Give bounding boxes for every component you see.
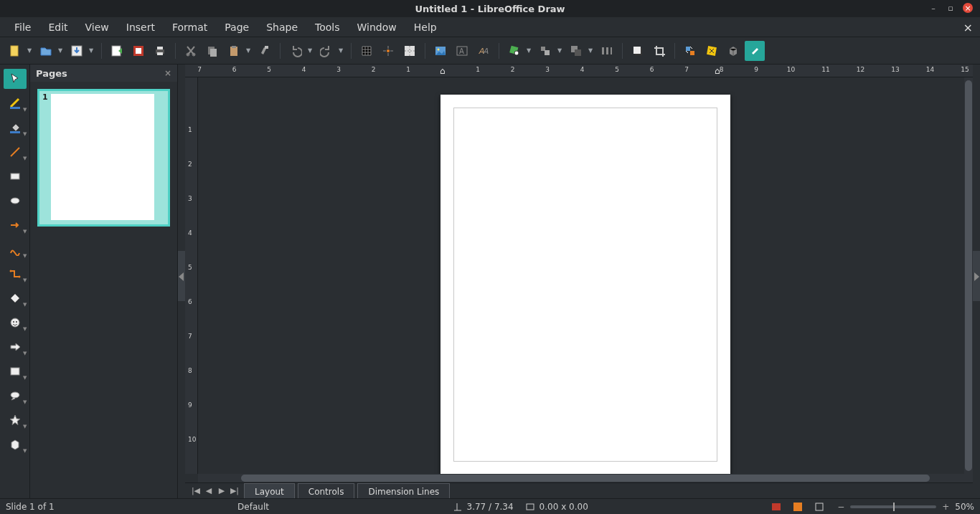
helplines-button[interactable] — [400, 41, 420, 61]
paste-button[interactable] — [224, 41, 244, 61]
copy-button[interactable] — [202, 41, 222, 61]
nav-prev-page-button[interactable]: ◀ — [202, 483, 215, 498]
export-button[interactable] — [107, 41, 127, 61]
distribute-button[interactable] — [597, 41, 617, 61]
close-document-button[interactable]: × — [963, 21, 973, 34]
horizontal-ruler[interactable]: ⌂ ⌂ 7654321123456789101112131415 — [185, 65, 973, 77]
signature-status-icon[interactable] — [771, 502, 781, 512]
layer-tab-controls[interactable]: Controls — [298, 483, 355, 498]
nav-first-page-button[interactable]: |◀ — [189, 483, 202, 498]
menu-insert[interactable]: Insert — [118, 19, 164, 35]
drawing-canvas[interactable] — [198, 77, 964, 474]
nav-next-page-button[interactable]: ▶ — [215, 483, 228, 498]
callout-tool[interactable]: ▼ — [4, 386, 27, 406]
redo-dropdown[interactable]: ▼ — [337, 47, 344, 54]
svg-rect-28 — [602, 47, 604, 54]
zoom-slider[interactable] — [850, 505, 936, 508]
new-dropdown[interactable]: ▼ — [26, 47, 33, 54]
menu-window[interactable]: Window — [349, 19, 405, 35]
export-pdf-button[interactable] — [128, 41, 149, 61]
page[interactable] — [440, 95, 730, 474]
vertical-ruler[interactable]: 12345678910 — [185, 77, 198, 474]
print-button[interactable] — [150, 41, 170, 61]
zoom-dropdown[interactable]: ▼ — [525, 47, 532, 54]
insert-image-button[interactable] — [430, 41, 451, 61]
rectangle-tool[interactable] — [4, 166, 27, 186]
stars-tool[interactable]: ▼ — [4, 410, 27, 430]
align-button[interactable] — [535, 41, 555, 61]
select-tool[interactable] — [4, 69, 27, 89]
save-status-icon[interactable] — [793, 502, 803, 512]
menu-format[interactable]: Format — [164, 19, 216, 35]
undo-dropdown[interactable]: ▼ — [306, 47, 314, 54]
zoom-out-button[interactable]: − — [836, 502, 846, 512]
status-cursor-position: 3.77 / 7.34 — [453, 502, 514, 512]
menu-file[interactable]: File — [6, 19, 39, 35]
open-button[interactable] — [36, 41, 56, 61]
insert-textbox-button[interactable]: A — [452, 41, 472, 61]
line-tool[interactable]: ▼ — [4, 142, 27, 162]
window-minimize-button[interactable]: – — [928, 3, 938, 13]
arrange-dropdown[interactable]: ▼ — [587, 47, 594, 54]
transformations-button[interactable] — [680, 41, 700, 61]
save-button[interactable] — [67, 41, 87, 61]
ruler-h-label: 14 — [926, 66, 934, 73]
svg-rect-13 — [265, 46, 268, 49]
svg-text:A: A — [459, 47, 464, 55]
connector-tool[interactable]: ▼ — [4, 264, 27, 284]
line-color-tool[interactable]: ▼ — [4, 93, 27, 113]
block-arrows-tool[interactable]: ▼ — [4, 337, 27, 357]
3d-objects-tool[interactable]: ▼ — [4, 434, 27, 454]
window-close-button[interactable]: × — [963, 3, 973, 13]
window-maximize-button[interactable]: ▫ — [946, 3, 956, 13]
ruler-h-label: 9 — [754, 66, 758, 73]
arrange-button[interactable] — [566, 41, 586, 61]
menu-tools[interactable]: Tools — [306, 19, 349, 35]
menu-shape[interactable]: Shape — [258, 19, 306, 35]
menu-page[interactable]: Page — [216, 19, 258, 35]
vertical-scrollbar[interactable] — [964, 77, 973, 474]
panel-splitter-right[interactable] — [973, 65, 980, 498]
flowchart-tool[interactable]: ▼ — [4, 361, 27, 381]
curve-tool[interactable]: ▼ — [4, 239, 27, 260]
horizontal-scrollbar[interactable] — [198, 474, 973, 482]
status-layer[interactable]: Default — [237, 502, 269, 512]
ellipse-tool[interactable] — [4, 191, 27, 211]
snap-guides-button[interactable] — [378, 41, 398, 61]
align-dropdown[interactable]: ▼ — [556, 47, 563, 54]
cut-button[interactable] — [181, 41, 201, 61]
paste-dropdown[interactable]: ▼ — [245, 47, 252, 54]
crop-button[interactable] — [649, 41, 669, 61]
fit-page-icon[interactable] — [814, 502, 824, 512]
symbol-shapes-tool[interactable]: ▼ — [4, 313, 27, 333]
page-thumbnail[interactable]: 1 — [37, 89, 170, 227]
gluepoints-button[interactable] — [702, 41, 722, 61]
shadow-button[interactable] — [628, 41, 648, 61]
nav-last-page-button[interactable]: ▶| — [228, 483, 241, 498]
ruler-h-label: 5 — [267, 66, 271, 73]
save-dropdown[interactable]: ▼ — [88, 47, 95, 54]
svg-rect-10 — [210, 49, 217, 57]
toggle-extrusion-button[interactable] — [723, 41, 743, 61]
arrow-tool[interactable]: ▼ — [4, 215, 27, 235]
open-dropdown[interactable]: ▼ — [57, 47, 64, 54]
zoom-in-button[interactable]: + — [941, 502, 951, 512]
basic-shapes-tool[interactable]: ▼ — [4, 288, 27, 308]
clone-formatting-button[interactable] — [255, 41, 275, 61]
zoom-level[interactable]: 50% — [955, 502, 974, 512]
undo-button[interactable] — [286, 41, 306, 61]
grid-button[interactable] — [357, 41, 377, 61]
menu-view[interactable]: View — [77, 19, 118, 35]
menu-edit[interactable]: Edit — [39, 19, 76, 35]
fill-color-tool[interactable]: ▼ — [4, 118, 27, 138]
pages-panel-close-icon[interactable]: × — [164, 68, 171, 78]
menu-help[interactable]: Help — [405, 19, 446, 35]
insert-fontwork-button[interactable]: AA — [473, 41, 494, 61]
show-draw-functions-button[interactable] — [745, 41, 765, 61]
panel-splitter-left[interactable] — [178, 65, 185, 498]
layer-tab-dimension-lines[interactable]: Dimension Lines — [357, 483, 450, 498]
layer-tab-layout[interactable]: Layout — [244, 483, 295, 498]
new-button[interactable] — [5, 41, 25, 61]
zoom-button[interactable] — [504, 41, 524, 61]
redo-button[interactable] — [316, 41, 336, 61]
